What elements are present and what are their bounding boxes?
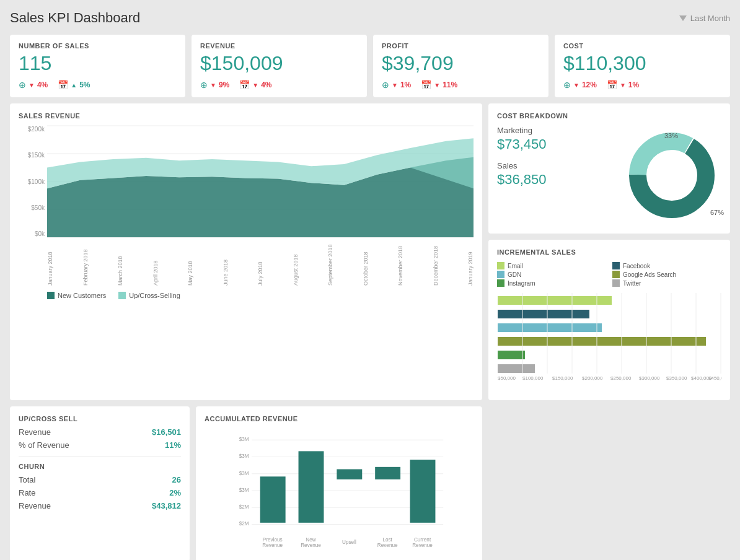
- legend-upcross: Up/Cross-Selling: [118, 292, 180, 299]
- legend-label-upcross: Up/Cross-Selling: [129, 292, 180, 299]
- legend-color-new-customers: [47, 292, 55, 299]
- kpi-metric-target-sales: ⊕ ▼ 4%: [19, 80, 48, 90]
- upcross-title: UP/CROSS SELL: [19, 415, 181, 422]
- sales-label: Sales: [497, 161, 616, 170]
- x-label-0: January 2018: [47, 248, 53, 286]
- incremental-sales-title: INCREMENTAL SALES: [497, 248, 721, 256]
- pct-calendar-cost: 1%: [628, 81, 639, 89]
- svg-text:New: New: [306, 537, 315, 543]
- kpi-label-sales: NUMBER OF SALES: [19, 42, 177, 50]
- svg-text:$100,000: $100,000: [522, 375, 544, 381]
- cost-breakdown-title: COST BREAKDOWN: [497, 112, 721, 120]
- arrow-down-6: ▼: [573, 82, 579, 89]
- legend-facebook: Facebook: [612, 262, 721, 269]
- sales-revenue-chart-area: $200k $150k $100k $50k $0k: [19, 126, 474, 250]
- arrow-down-5: ▼: [434, 82, 440, 89]
- divider: [19, 456, 181, 457]
- pct-calendar-sales: 5%: [79, 81, 90, 89]
- accumulated-revenue-card: ACCUMULATED REVENUE $3M $3M $3M $3M $2M …: [196, 406, 482, 560]
- upcross-revenue-row: Revenue $16,501: [19, 427, 181, 437]
- svg-text:$3M: $3M: [239, 437, 249, 442]
- target-icon-sales: ⊕: [19, 80, 26, 90]
- legend-label-google-ads: Google Ads Search: [623, 271, 676, 278]
- svg-text:$3M: $3M: [239, 471, 249, 476]
- legend-instagram: Instagram: [497, 279, 606, 287]
- upcross-pct-label: % of Revenue: [19, 440, 69, 450]
- target-icon-revenue: ⊕: [200, 80, 208, 90]
- kpi-metric-target-profit: ⊕ ▼ 1%: [382, 80, 411, 90]
- kpi-label-profit: PROFIT: [382, 42, 540, 50]
- arrow-down-7: ▼: [620, 82, 626, 89]
- svg-text:$250,000: $250,000: [610, 375, 632, 381]
- kpi-card-revenue: REVENUE $150,009 ⊕ ▼ 9% 📅 ▼ 4%: [192, 35, 367, 97]
- target-icon-cost: ⊕: [563, 80, 571, 90]
- churn-revenue-label: Revenue: [19, 501, 51, 510]
- arrow-down-3: ▼: [252, 82, 258, 89]
- svg-rect-8: [498, 310, 589, 318]
- x-label-12: January 2019: [467, 248, 474, 286]
- x-label-6: July 2018: [257, 248, 263, 286]
- kpi-metric-calendar-cost: 📅 ▼ 1%: [607, 80, 639, 90]
- churn-title: CHURN: [19, 463, 181, 470]
- filter-area[interactable]: Last Month: [679, 14, 730, 23]
- arrow-up-1: ▲: [71, 82, 77, 89]
- incremental-sales-card: INCREMENTAL SALES Email Facebook GDN: [488, 240, 730, 400]
- donut-pct-small: 33%: [664, 132, 678, 139]
- upcross-pct-row: % of Revenue 11%: [19, 440, 181, 450]
- filter-label[interactable]: Last Month: [690, 14, 730, 23]
- svg-rect-46: [375, 467, 400, 479]
- incremental-bar-chart-area: $50,000 $100,000 $150,000 $200,000 $250,…: [497, 293, 721, 392]
- svg-text:$150,000: $150,000: [552, 375, 573, 381]
- bottom-row: UP/CROSS SELL Revenue $16,501 % of Reven…: [10, 406, 730, 560]
- x-axis-labels: January 2018 February 2018 March 2018 Ap…: [47, 248, 474, 286]
- svg-rect-11: [498, 351, 525, 359]
- y-label-1: $150k: [19, 152, 45, 159]
- svg-text:$50,000: $50,000: [498, 375, 516, 381]
- pct-target-revenue: 9%: [219, 81, 229, 89]
- kpi-metric-target-revenue: ⊕ ▼ 9%: [200, 80, 229, 90]
- cost-breakdown-card: COST BREAKDOWN Marketing $73,450 Sales $…: [488, 103, 730, 234]
- x-label-11: December 2018: [433, 248, 439, 286]
- svg-text:$300,000: $300,000: [639, 375, 660, 381]
- svg-text:Previous: Previous: [263, 537, 283, 543]
- svg-text:$3M: $3M: [239, 453, 249, 459]
- pct-target-cost: 12%: [582, 81, 597, 89]
- x-label-2: March 2018: [117, 248, 123, 286]
- upcross-revenue-value: $16,501: [152, 427, 181, 437]
- legend-color-instagram: [497, 279, 504, 287]
- arrow-down-2: ▼: [210, 82, 216, 89]
- y-label-4: $0k: [19, 230, 45, 237]
- svg-rect-12: [498, 364, 535, 373]
- svg-text:Revenue: Revenue: [377, 543, 398, 548]
- waterfall-chart-area: $3M $3M $3M $3M $2M $2M: [205, 429, 474, 553]
- x-label-3: April 2018: [152, 248, 159, 286]
- sales-revenue-legend: New Customers Up/Cross-Selling: [19, 292, 474, 299]
- legend-color-facebook: [612, 262, 620, 269]
- calendar-icon-cost: 📅: [607, 80, 617, 90]
- kpi-value-profit: $39,709: [382, 52, 540, 75]
- kpi-metric-target-cost: ⊕ ▼ 12%: [563, 80, 597, 90]
- pct-calendar-revenue: 4%: [261, 81, 271, 89]
- legend-color-email: [497, 262, 504, 269]
- legend-new-customers: New Customers: [47, 292, 106, 299]
- kpi-row: NUMBER OF SALES 115 ⊕ ▼ 4% 📅 ▲ 5% REVENU…: [10, 35, 730, 97]
- target-icon-profit: ⊕: [382, 80, 389, 90]
- svg-rect-45: [337, 469, 362, 479]
- right-column: COST BREAKDOWN Marketing $73,450 Sales $…: [488, 103, 730, 400]
- legend-label-gdn: GDN: [508, 271, 521, 278]
- sales-value: $36,850: [497, 172, 616, 188]
- x-label-5: June 2018: [222, 248, 229, 286]
- svg-text:Revenue: Revenue: [262, 543, 283, 548]
- legend-google-ads: Google Ads Search: [612, 271, 721, 278]
- kpi-value-revenue: $150,009: [200, 52, 358, 75]
- header: Sales KPI Dashboard Last Month: [10, 10, 730, 26]
- kpi-card-profit: PROFIT $39,709 ⊕ ▼ 1% 📅 ▼ 11%: [373, 35, 548, 97]
- sales-revenue-chart-wrapper: $200k $150k $100k $50k $0k: [19, 126, 474, 287]
- svg-rect-47: [410, 460, 436, 523]
- donut-chart-wrapper: 33% 67%: [622, 126, 721, 225]
- filter-icon: [679, 15, 687, 21]
- arrow-down-1: ▼: [29, 82, 35, 89]
- svg-rect-7: [498, 296, 612, 305]
- x-label-9: October 2018: [363, 248, 369, 286]
- x-label-8: September 2018: [327, 248, 333, 286]
